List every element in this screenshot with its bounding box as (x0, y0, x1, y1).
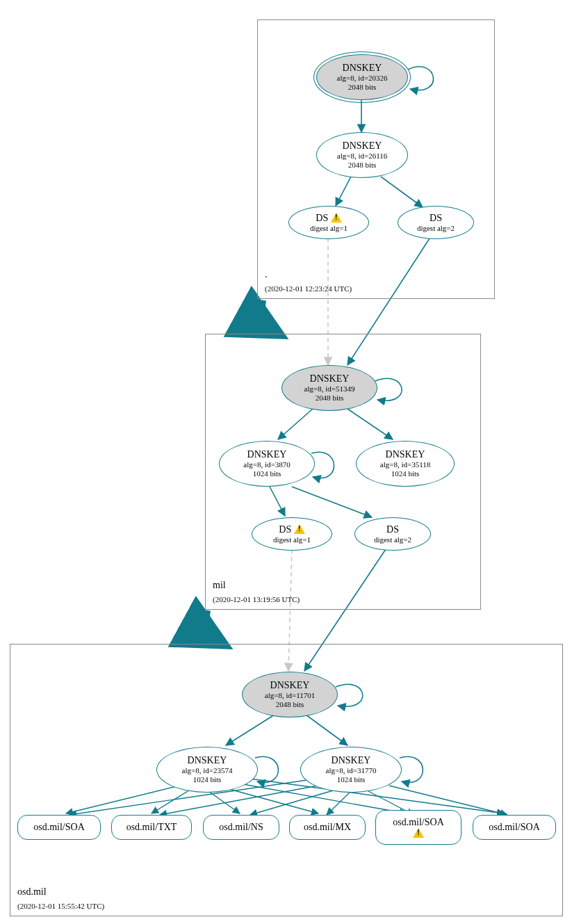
dnskey-title: DNSKEY (270, 680, 310, 691)
ds-title: DS (279, 524, 304, 535)
dnskey-title: DNSKEY (188, 755, 227, 766)
dnskey-title: DNSKEY (343, 63, 382, 74)
node-mil-zsk2: DNSKEY alg=8, id=35118 1024 bits (356, 441, 455, 487)
zone-root-timestamp: (2020-12-01 12:23:24 UTC) (265, 284, 352, 293)
rr-soa-2: osd.mil/SOA (375, 810, 461, 845)
dnskey-alg: alg=8, id=31770 (326, 766, 377, 775)
node-mil-zsk1: DNSKEY alg=8, id=3870 1024 bits (219, 441, 315, 487)
warning-icon (294, 524, 305, 534)
dnskey-bits: 2048 bits (276, 700, 304, 709)
node-root-ds1: DS digest alg=1 (288, 206, 369, 239)
dnskey-title: DNSKEY (343, 140, 382, 152)
dnskey-title: DNSKEY (332, 755, 371, 766)
zone-mil-timestamp: (2020-12-01 13:19:56 UTC) (213, 595, 300, 603)
node-root-zsk: DNSKEY alg=8, id=26116 2048 bits (316, 132, 408, 178)
node-osd-ksk: DNSKEY alg=8, id=11701 2048 bits (242, 672, 338, 718)
dnssec-diagram: . (2020-12-01 12:23:24 UTC) mil (2020-12… (0, 0, 572, 924)
rr-txt: osd.mil/TXT (111, 815, 192, 840)
dnskey-alg: alg=8, id=26116 (337, 152, 388, 161)
node-mil-ds1: DS digest alg=1 (252, 517, 332, 551)
dnskey-alg: alg=8, id=20326 (337, 74, 388, 83)
ds-digest: digest alg=2 (417, 224, 455, 233)
rr-mx: osd.mil/MX (289, 815, 366, 840)
zone-osd-timestamp: (2020-12-01 15:55:42 UTC) (17, 902, 104, 910)
dnskey-bits: 1024 bits (193, 775, 222, 784)
dnskey-alg: alg=8, id=11701 (265, 691, 316, 700)
dnskey-alg: alg=8, id=23574 (182, 766, 233, 775)
node-root-ksk: DNSKEY alg=8, id=20326 2048 bits (316, 54, 408, 100)
dnskey-bits: 1024 bits (253, 469, 281, 478)
node-osd-zsk2: DNSKEY alg=8, id=31770 1024 bits (300, 747, 402, 793)
ds-digest: digest alg=1 (273, 535, 311, 544)
dnskey-alg: alg=8, id=3870 (243, 460, 290, 469)
node-osd-zsk1: DNSKEY alg=8, id=23574 1024 bits (156, 747, 258, 793)
ds-title: DS (430, 213, 442, 224)
rr-soa-1: osd.mil/SOA (17, 815, 101, 840)
dnskey-alg: alg=8, id=35118 (380, 460, 431, 469)
ds-title: DS (386, 524, 399, 535)
dnskey-bits: 2048 bits (348, 161, 377, 170)
dnskey-title: DNSKEY (310, 373, 350, 384)
dnskey-bits: 1024 bits (337, 775, 366, 784)
zone-osd-label: osd.mil (17, 886, 47, 898)
rr-ns: osd.mil/NS (203, 815, 279, 840)
dnskey-title: DNSKEY (386, 449, 425, 460)
dnskey-bits: 1024 bits (391, 469, 420, 478)
dnskey-bits: 2048 bits (348, 83, 377, 92)
zone-mil-label: mil (213, 580, 226, 591)
dnskey-alg: alg=8, id=51349 (304, 384, 355, 394)
dnskey-bits: 2048 bits (316, 394, 344, 403)
node-root-ds2: DS digest alg=2 (398, 206, 474, 239)
ds-digest: digest alg=2 (374, 535, 411, 544)
node-mil-ds2: DS digest alg=2 (354, 517, 431, 551)
dnskey-title: DNSKEY (247, 449, 287, 460)
zone-root-label: . (265, 269, 268, 280)
node-mil-ksk: DNSKEY alg=8, id=51349 2048 bits (281, 365, 377, 411)
warning-icon (413, 828, 424, 838)
warning-icon (331, 213, 342, 222)
ds-digest: digest alg=1 (310, 224, 348, 233)
ds-title: DS (316, 213, 341, 224)
rr-soa-3: osd.mil/SOA (473, 815, 556, 840)
